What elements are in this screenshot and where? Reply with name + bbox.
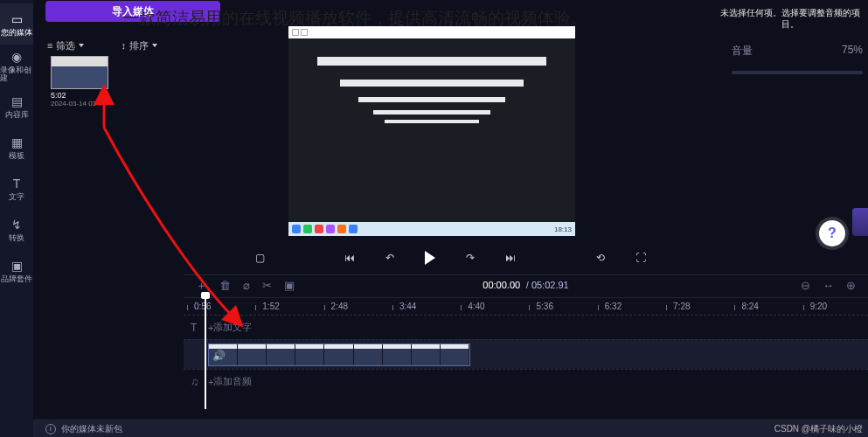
text-track-label: 添加文字 — [213, 321, 252, 334]
filter-icon: ≡ — [47, 40, 52, 51]
rail-item-your-media[interactable]: ▭ 您的媒体 — [0, 3, 33, 45]
rail-item-text[interactable]: T 文字 — [0, 168, 33, 209]
top-toolbar: 导入媒体 — [33, 0, 256, 23]
folder-icon: ▭ — [9, 11, 24, 27]
timeline-toolbar: ＋ 🗑 ⌀ ✂ ▣ 00:00.00 / 05:02.91 ⊖ ↔ ⊕ — [184, 274, 868, 295]
media-date-text: 2024-03-14 03 — [51, 100, 96, 108]
playhead[interactable] — [205, 295, 206, 409]
filter-label: 筛选 — [56, 39, 75, 52]
ruler-tick: 2:48 — [321, 302, 389, 311]
zoom-out-button[interactable]: ⊖ — [801, 279, 810, 292]
rail-label: 转换 — [9, 234, 24, 242]
text-icon: T — [191, 322, 197, 334]
speed-button[interactable]: ▣ — [284, 279, 295, 292]
video-preview[interactable]: 18:13 — [288, 26, 575, 236]
filter-sort-row: ≡ 筛选 ↕ 排序 — [33, 35, 208, 56]
left-rail: ▭ 您的媒体 ◉ 录像和创建 ▤ 内容库 ▦ 模板 T 文字 ↯ 转换 ▣ 品牌… — [0, 0, 33, 437]
play-button[interactable] — [420, 247, 441, 268]
timeline-ruler[interactable]: 0:56 1:52 2:48 3:44 4:40 5:36 6:32 7:28 … — [184, 297, 868, 315]
skip-forward-button[interactable]: ⏭ — [500, 247, 521, 268]
media-duration: 5:02 — [51, 91, 108, 100]
ruler-tick: 3:44 — [389, 302, 457, 311]
zoom-in-button[interactable]: ⊕ — [846, 279, 856, 292]
ruler-tick: 7:28 — [663, 302, 731, 311]
sort-icon: ↕ — [121, 40, 126, 51]
fullscreen-button[interactable]: ⛶ — [630, 247, 651, 268]
timeline-timecode: 00:00.00 / 05:02.91 — [483, 280, 568, 291]
info-icon: i — [45, 424, 56, 434]
plus-button[interactable]: ＋ — [196, 278, 207, 294]
rotate-cw-button[interactable]: ↷ — [460, 247, 481, 268]
split-button[interactable]: ⌀ — [243, 279, 250, 292]
preview-window-titlebar — [288, 26, 575, 38]
status-bar: i 你的媒体未新包 — [33, 420, 868, 437]
help-button[interactable]: ? — [819, 220, 845, 246]
text-tool-icon: T — [9, 176, 24, 191]
volume-panel: 音量 75% — [732, 44, 863, 74]
video-track[interactable]: 🔊 — [184, 339, 868, 369]
watermark: CSDN @橘子味的小橙 — [774, 423, 863, 435]
volume-slider[interactable] — [732, 71, 863, 74]
rail-label: 模板 — [9, 152, 24, 160]
ruler-tick: 9:20 — [800, 302, 868, 311]
rail-label: 内容库 — [5, 111, 29, 119]
rotate-ccw-button[interactable]: ↶ — [379, 247, 400, 268]
library-icon: ▤ — [9, 94, 24, 109]
preview-clock: 18:13 — [554, 225, 572, 233]
ruler-tick: 6:32 — [594, 302, 663, 311]
preview-canvas — [288, 38, 575, 222]
rail-label: 文字 — [9, 193, 24, 201]
video-clip[interactable]: 🔊 — [208, 343, 470, 366]
filter-dropdown[interactable]: ≡ 筛选 — [47, 39, 84, 52]
media-thumbnail — [51, 56, 108, 89]
transition-icon: ↯ — [9, 217, 24, 232]
ruler-tick: 5:36 — [525, 302, 594, 311]
templates-icon: ▦ — [9, 135, 24, 150]
import-media-button[interactable]: 导入媒体 — [45, 1, 220, 22]
rail-item-brand-kit[interactable]: ▣ 品牌套件 — [0, 250, 33, 291]
zoom-fit-button[interactable]: ↔ — [823, 279, 834, 292]
delete-button[interactable]: 🗑 — [219, 279, 231, 292]
media-date: 2024-03-14 03 — [51, 100, 108, 108]
ruler-tick: 8:24 — [731, 302, 799, 311]
play-icon — [425, 251, 435, 265]
sort-label: 排序 — [129, 39, 149, 52]
skip-back-button[interactable]: ⏮ — [339, 247, 360, 268]
ruler-tick: 1:52 — [252, 302, 320, 311]
status-text: 你的媒体未新包 — [61, 423, 122, 435]
screenshot-button[interactable]: ▢ — [249, 247, 270, 268]
sort-dropdown[interactable]: ↕ 排序 — [121, 39, 157, 52]
rail-item-templates[interactable]: ▦ 模板 — [0, 127, 33, 168]
rail-item-record[interactable]: ◉ 录像和创建 — [0, 45, 33, 86]
volume-value: 75% — [842, 44, 863, 56]
chevron-down-icon — [79, 44, 84, 47]
undo-button[interactable]: ⟲ — [590, 247, 611, 268]
rail-label: 录像和创建 — [0, 66, 33, 82]
preview-taskbar: 18:13 — [288, 222, 575, 236]
brand-kit-icon: ▣ — [9, 258, 24, 274]
audio-track-label: 添加音频 — [213, 375, 252, 388]
player-controls: ▢ ⏮ ↶ ↷ ⏭ ⟲ ⛶ — [249, 245, 651, 271]
text-track[interactable]: T + 添加文字 — [184, 315, 868, 339]
music-icon: ♫ — [191, 376, 198, 388]
timecode-total: 05:02.91 — [531, 280, 569, 290]
timecode-current: 00:00.00 — [483, 280, 520, 290]
ruler-tick: 4:40 — [457, 302, 525, 311]
camera-icon: ◉ — [9, 49, 24, 65]
speaker-icon: 🔊 — [212, 350, 226, 362]
rail-label: 您的媒体 — [1, 29, 32, 37]
chevron-down-icon — [152, 44, 157, 47]
ruler-tick: 0:56 — [184, 302, 252, 311]
media-item[interactable]: 5:02 2024-03-14 03 — [51, 56, 108, 108]
rail-item-library[interactable]: ▤ 内容库 — [0, 86, 33, 127]
timeline-tracks: T + 添加文字 🔊 ♫ + 添加音频 — [184, 315, 868, 421]
selection-hint: 未选择任何项。选择要调整音频的项目。 — [712, 7, 868, 30]
audio-track[interactable]: ♫ + 添加音频 — [184, 369, 868, 393]
right-edge-handle[interactable] — [852, 208, 868, 236]
chevron-down-icon — [98, 102, 103, 106]
rail-item-transition[interactable]: ↯ 转换 — [0, 209, 33, 250]
rail-label: 品牌套件 — [1, 275, 32, 283]
scissors-button[interactable]: ✂ — [262, 279, 272, 292]
